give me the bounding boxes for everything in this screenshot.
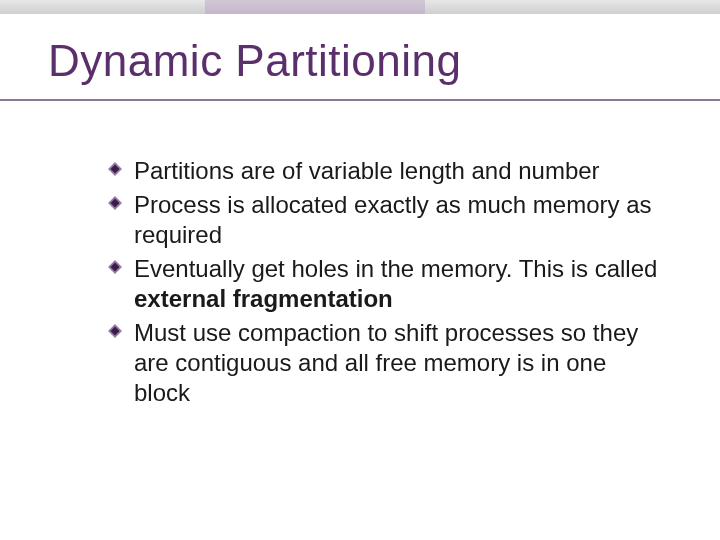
bullet-item: Must use compaction to shift processes s… <box>108 318 660 408</box>
diamond-bullet-icon <box>108 196 122 210</box>
slide-title: Dynamic Partitioning <box>48 36 462 86</box>
decorative-top-stripe <box>0 0 720 14</box>
slide-body: Partitions are of variable length and nu… <box>108 156 660 412</box>
bullet-text: Partitions are of variable length and nu… <box>134 157 600 184</box>
bullet-text: Eventually get holes in the memory. This… <box>134 255 657 282</box>
diamond-bullet-icon <box>108 260 122 274</box>
diamond-bullet-icon <box>108 324 122 338</box>
bullet-text-bold: external fragmentation <box>134 285 393 312</box>
bullet-item: Partitions are of variable length and nu… <box>108 156 660 186</box>
bullet-text: Must use compaction to shift processes s… <box>134 319 638 406</box>
bullet-text: Process is allocated exactly as much mem… <box>134 191 652 248</box>
diamond-bullet-icon <box>108 162 122 176</box>
title-underline <box>0 99 720 101</box>
slide: Dynamic Partitioning Partitions are of v… <box>0 0 720 540</box>
bullet-item: Process is allocated exactly as much mem… <box>108 190 660 250</box>
bullet-item: Eventually get holes in the memory. This… <box>108 254 660 314</box>
